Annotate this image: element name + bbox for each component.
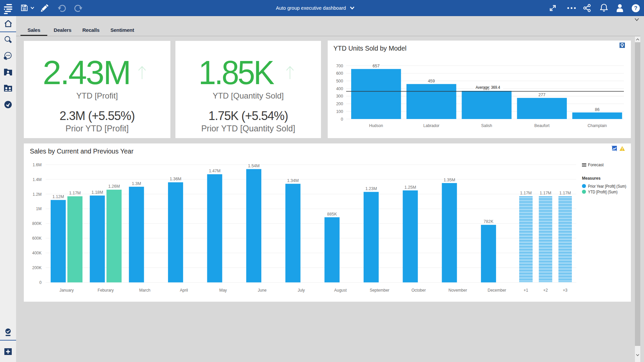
svg-text:1.17M: 1.17M <box>559 191 571 195</box>
svg-text:1.23M: 1.23M <box>365 186 377 191</box>
svg-text:1.26M: 1.26M <box>108 184 120 189</box>
svg-text:Salish: Salish <box>481 123 492 128</box>
svg-text:1M: 1M <box>36 206 42 211</box>
svg-text:277: 277 <box>538 93 545 97</box>
svg-text:December: December <box>488 288 506 293</box>
svg-text:800K: 800K <box>32 221 42 226</box>
svg-text:500: 500 <box>336 79 343 83</box>
svg-text:November: November <box>448 288 467 293</box>
svg-text:1.17M: 1.17M <box>69 191 81 195</box>
svg-text:1.4M: 1.4M <box>33 177 42 182</box>
svg-text:459: 459 <box>428 79 435 83</box>
svg-text:Champlain: Champlain <box>588 123 607 128</box>
svg-text:657: 657 <box>373 64 380 68</box>
svg-text:782K: 782K <box>484 219 494 224</box>
svg-text:1.12M: 1.12M <box>52 194 64 199</box>
svg-text:1.54M: 1.54M <box>248 164 260 168</box>
svg-text:200: 200 <box>336 102 343 106</box>
svg-text:600K: 600K <box>32 236 42 241</box>
svg-text:YTD [Profit] (Sum): YTD [Profit] (Sum) <box>588 190 618 194</box>
svg-text:Forecast: Forecast <box>588 163 604 167</box>
svg-text:+2: +2 <box>543 288 548 293</box>
svg-text:August: August <box>334 288 347 293</box>
svg-text:Hudson: Hudson <box>369 123 383 128</box>
svg-text:Prior Year [Profit] (Sum): Prior Year [Profit] (Sum) <box>588 184 626 189</box>
svg-text:200K: 200K <box>32 265 42 270</box>
svg-text:June: June <box>258 288 267 293</box>
svg-text:300: 300 <box>336 94 343 99</box>
svg-text:+3: +3 <box>563 288 568 293</box>
svg-text:?: ? <box>634 5 638 11</box>
svg-text:400K: 400K <box>32 251 42 255</box>
svg-text:100: 100 <box>336 109 343 114</box>
svg-text:Average: 369.4: Average: 369.4 <box>476 85 500 90</box>
svg-text:April: April <box>180 288 188 293</box>
svg-text:1.3M: 1.3M <box>132 181 141 186</box>
svg-text:July: July <box>298 288 305 293</box>
svg-text:1.17M: 1.17M <box>540 191 551 195</box>
svg-text:October: October <box>412 288 426 293</box>
svg-text:1.2M: 1.2M <box>33 192 42 197</box>
svg-text:700: 700 <box>336 64 343 68</box>
svg-text:1.25M: 1.25M <box>405 185 416 190</box>
svg-text:May: May <box>219 288 227 293</box>
svg-text:885K: 885K <box>327 212 337 217</box>
svg-text:March: March <box>139 288 150 293</box>
svg-text:400: 400 <box>336 86 343 91</box>
svg-text:86: 86 <box>595 107 600 112</box>
svg-text:600: 600 <box>336 71 343 76</box>
svg-text:January: January <box>59 288 74 293</box>
svg-text:1.47M: 1.47M <box>209 169 221 173</box>
svg-text:Labrador: Labrador <box>423 123 439 128</box>
svg-text:1.6M: 1.6M <box>33 163 42 167</box>
svg-text:+1: +1 <box>524 288 528 293</box>
svg-text:1.35M: 1.35M <box>443 178 455 182</box>
svg-text:1.17M: 1.17M <box>520 191 532 195</box>
svg-text:1.18M: 1.18M <box>92 190 103 195</box>
svg-text:Measures: Measures <box>582 176 601 181</box>
svg-text:0: 0 <box>341 117 343 122</box>
svg-text:Beaufort: Beaufort <box>534 123 550 128</box>
svg-text:1.36M: 1.36M <box>170 177 181 181</box>
svg-text:1.34M: 1.34M <box>287 178 299 183</box>
svg-text:0: 0 <box>39 280 42 285</box>
svg-text:Feburary: Feburary <box>98 288 114 293</box>
svg-text:September: September <box>370 288 389 293</box>
